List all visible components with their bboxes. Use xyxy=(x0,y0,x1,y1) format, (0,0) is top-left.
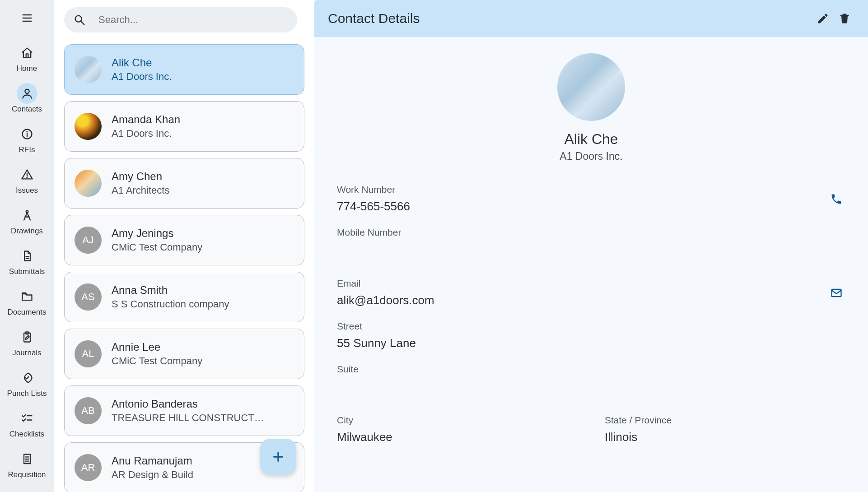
edit-button[interactable] xyxy=(812,8,834,29)
email-button[interactable] xyxy=(827,284,845,302)
state-label: State / Province xyxy=(605,415,845,426)
mobile-number-value xyxy=(337,242,845,256)
checklist-icon xyxy=(21,412,33,425)
avatar xyxy=(75,170,102,197)
detail-avatar xyxy=(557,53,625,121)
contact-name: Amanda Khan xyxy=(112,113,180,126)
svg-point-23 xyxy=(75,16,82,22)
contact-company: TREASURE HILL CONSTRUCT… xyxy=(112,412,264,424)
contact-company: CMiC Test Company xyxy=(112,241,202,253)
nav-item-issues[interactable]: Issues xyxy=(0,161,54,201)
add-contact-fab[interactable] xyxy=(260,439,296,475)
svg-rect-3 xyxy=(26,54,28,57)
delete-button[interactable] xyxy=(834,8,855,29)
warning-icon xyxy=(21,168,33,181)
nav-item-journals[interactable]: Journals xyxy=(0,323,54,364)
receipt-icon xyxy=(21,453,33,465)
detail-title: Contact Details xyxy=(328,11,812,26)
nav-label-journals: Journals xyxy=(12,348,41,357)
trash-icon xyxy=(838,12,851,25)
contact-name: Antonio Banderas xyxy=(112,398,264,410)
detail-body[interactable]: Alik Che A1 Doors Inc. Work Number 774-5… xyxy=(314,37,868,492)
city-value: Milwaukee xyxy=(337,430,578,444)
contact-card[interactable]: Amy Chen A1 Architects xyxy=(64,158,304,209)
hamburger-icon xyxy=(21,12,33,24)
detail-company: A1 Doors Inc. xyxy=(337,150,845,162)
avatar: AS xyxy=(75,283,102,311)
pencil-icon xyxy=(817,12,829,25)
work-number-value: 774-565-5566 xyxy=(337,200,827,214)
nav-label-checklists: Checklists xyxy=(9,430,44,439)
nav-item-documents[interactable]: Documents xyxy=(0,283,54,323)
contact-card[interactable]: Alik Che A1 Doors Inc. xyxy=(64,44,304,95)
nav-label-submittals: Submittals xyxy=(9,267,45,276)
suite-label: Suite xyxy=(337,364,845,375)
search-input[interactable] xyxy=(98,14,288,26)
contact-card[interactable]: AJ Amy Jenings CMiC Test Company xyxy=(64,215,304,265)
avatar: AB xyxy=(75,397,102,424)
svg-line-11 xyxy=(24,213,27,220)
nav-label-requisition: Requisition xyxy=(8,470,46,479)
email-label: Email xyxy=(337,278,827,289)
contact-card[interactable]: Amanda Khan A1 Doors Inc. xyxy=(64,101,304,152)
contact-name: Annie Lee xyxy=(112,341,202,353)
contact-name: Anna Smith xyxy=(112,284,229,297)
contact-company: AR Design & Build xyxy=(112,469,193,481)
contact-name: Amy Chen xyxy=(112,170,169,183)
svg-point-7 xyxy=(27,131,27,132)
nav-item-requisition[interactable]: Requisition xyxy=(0,445,54,486)
folder-icon xyxy=(21,290,33,303)
contact-card[interactable]: AL Annie Lee CMiC Test Company xyxy=(64,329,304,379)
nav-label-documents: Documents xyxy=(8,308,47,317)
menu-button[interactable] xyxy=(18,9,36,27)
person-icon xyxy=(21,87,33,100)
contact-name: Anu Ramanujam xyxy=(112,455,193,467)
nav-item-home[interactable]: Home xyxy=(0,39,54,79)
search-field[interactable] xyxy=(64,7,297,32)
detail-header: Contact Details xyxy=(314,0,868,37)
avatar xyxy=(75,56,102,83)
contact-card[interactable]: AB Antonio Banderas TREASURE HILL CONSTR… xyxy=(64,385,304,436)
nav-label-issues: Issues xyxy=(16,186,38,195)
mail-icon xyxy=(830,287,843,299)
home-icon xyxy=(21,46,33,59)
nav-label-rfis: RFIs xyxy=(19,145,35,154)
nav-label-home: Home xyxy=(17,64,37,73)
contact-name: Amy Jenings xyxy=(112,227,202,240)
svg-point-9 xyxy=(27,177,27,177)
contact-company: A1 Doors Inc. xyxy=(112,71,172,83)
nav-rail: Home Contacts RFIs Issues xyxy=(0,0,54,492)
city-label: City xyxy=(337,415,578,426)
suite-value xyxy=(337,379,845,393)
nav-item-drawings[interactable]: Drawings xyxy=(0,201,54,242)
avatar: AL xyxy=(75,340,102,367)
compass-icon xyxy=(21,209,33,222)
file-icon xyxy=(21,250,33,262)
contacts-list[interactable]: Alik Che A1 Doors Inc. Amanda Khan A1 Do… xyxy=(54,38,314,492)
nav-item-submittals[interactable]: Submittals xyxy=(0,242,54,283)
search-icon xyxy=(73,14,86,26)
nav-item-checklists[interactable]: Checklists xyxy=(0,404,54,445)
nav-label-drawings: Drawings xyxy=(11,227,43,236)
nav-item-punchlists[interactable]: Punch Lists xyxy=(0,364,54,404)
avatar: AJ xyxy=(75,227,102,254)
street-value: 55 Sunny Lane xyxy=(337,336,845,350)
plus-icon xyxy=(271,450,285,464)
target-check-icon xyxy=(21,371,33,384)
phone-icon xyxy=(830,193,843,205)
call-button[interactable] xyxy=(827,190,845,208)
contact-card[interactable]: AS Anna Smith S S Construction company xyxy=(64,272,304,322)
contact-company: A1 Doors Inc. xyxy=(112,128,180,139)
nav-item-rfis[interactable]: RFIs xyxy=(0,120,54,161)
work-number-label: Work Number xyxy=(337,184,827,195)
contact-list-panel: Alik Che A1 Doors Inc. Amanda Khan A1 Do… xyxy=(54,0,314,492)
info-icon xyxy=(21,128,33,140)
street-label: Street xyxy=(337,321,845,332)
email-value: alik@a1doors.com xyxy=(337,293,827,307)
nav-item-contacts[interactable]: Contacts xyxy=(0,79,54,120)
detail-name: Alik Che xyxy=(337,131,845,148)
state-value: Illinois xyxy=(605,430,845,444)
svg-line-24 xyxy=(81,22,84,25)
mobile-number-label: Mobile Number xyxy=(337,227,845,238)
nav-label-punchlists: Punch Lists xyxy=(7,389,47,398)
